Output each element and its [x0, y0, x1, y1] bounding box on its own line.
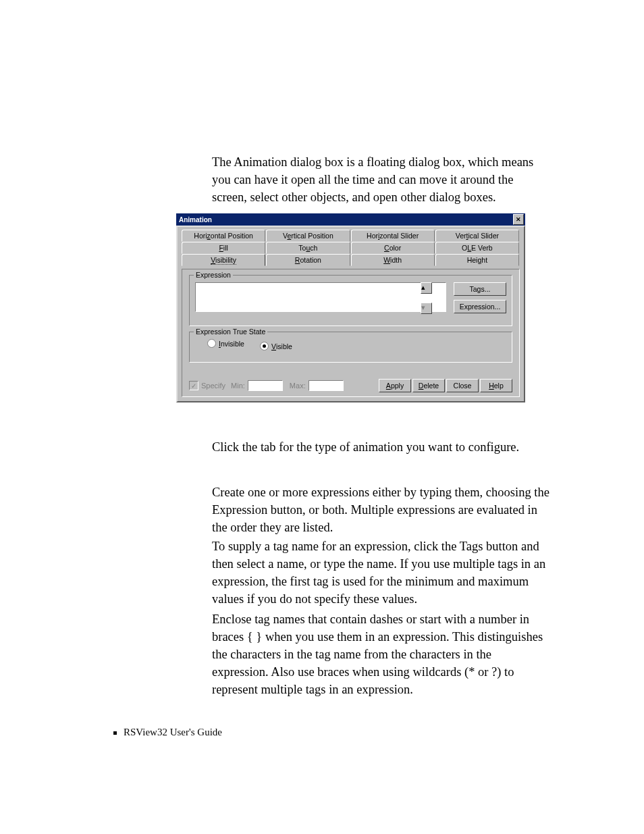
radio-visible[interactable]: Visible	[260, 342, 292, 350]
close-button[interactable]: Close	[446, 379, 479, 392]
scroll-up-icon[interactable]: ▴	[421, 282, 432, 294]
max-label: Max:	[290, 382, 306, 390]
dialog-title: Animation	[178, 216, 513, 224]
expression-input[interactable]	[195, 282, 446, 312]
bullet-icon	[113, 731, 117, 735]
tab-height[interactable]: Height	[435, 254, 519, 266]
tab-instruction: Click the tab for the type of animation …	[212, 439, 549, 457]
tab-horizontal-position[interactable]: Horizontal Position	[182, 230, 265, 242]
true-state-group-label: Expression True State	[194, 328, 267, 336]
tab-panel: Expression ▴ ▾ Tags... Expression... Exp…	[182, 269, 520, 397]
tab-width[interactable]: Width	[351, 254, 435, 266]
scroll-down-icon[interactable]: ▾	[421, 303, 432, 314]
close-icon[interactable]: ✕	[513, 214, 524, 225]
tab-ole-verb[interactable]: OLE Verb	[435, 242, 519, 254]
tags-button[interactable]: Tags...	[454, 282, 506, 296]
max-input[interactable]	[308, 380, 344, 391]
tab-rotation[interactable]: Rotation	[266, 254, 350, 266]
delete-button[interactable]: Delete	[412, 379, 445, 392]
radio-invisible[interactable]: Invisible	[207, 339, 244, 348]
specify-label: Specify	[201, 382, 225, 390]
tab-fill[interactable]: Fill	[182, 242, 265, 254]
expression-group: Expression ▴ ▾ Tags... Expression...	[189, 275, 512, 326]
tab-visibility[interactable]: Visibility	[182, 254, 265, 266]
tabs: Horizontal Position Vertical Position Ho…	[182, 230, 520, 266]
expression-button[interactable]: Expression...	[454, 300, 506, 313]
paragraph-2: Create one or more expressions either by…	[212, 484, 549, 537]
tab-vertical-position[interactable]: Vertical Position	[266, 230, 350, 242]
animation-dialog: Animation ✕ Horizontal Position Vertical…	[176, 213, 525, 402]
title-bar[interactable]: Animation ✕	[176, 213, 525, 226]
specify-checkbox[interactable]	[189, 381, 198, 390]
tab-color[interactable]: Color	[351, 242, 435, 254]
apply-button[interactable]: Apply	[379, 379, 411, 392]
true-state-group: Expression True State Invisible Visible	[189, 332, 512, 363]
tab-touch[interactable]: Touch	[266, 242, 350, 254]
help-button[interactable]: Help	[480, 379, 512, 392]
expression-group-label: Expression	[194, 271, 233, 279]
page-footer: RSView32 User's Guide	[113, 727, 222, 738]
paragraph-3: To supply a tag name for an expression, …	[212, 538, 549, 608]
tab-vertical-slider[interactable]: Vertical Slider	[435, 230, 519, 242]
tab-horizontal-slider[interactable]: Horizontal Slider	[351, 230, 435, 242]
min-label: Min:	[231, 382, 245, 390]
min-input[interactable]	[248, 380, 283, 391]
intro-paragraph: The Animation dialog box is a floating d…	[212, 154, 549, 207]
paragraph-4: Enclose tag names that contain dashes or…	[212, 611, 549, 698]
